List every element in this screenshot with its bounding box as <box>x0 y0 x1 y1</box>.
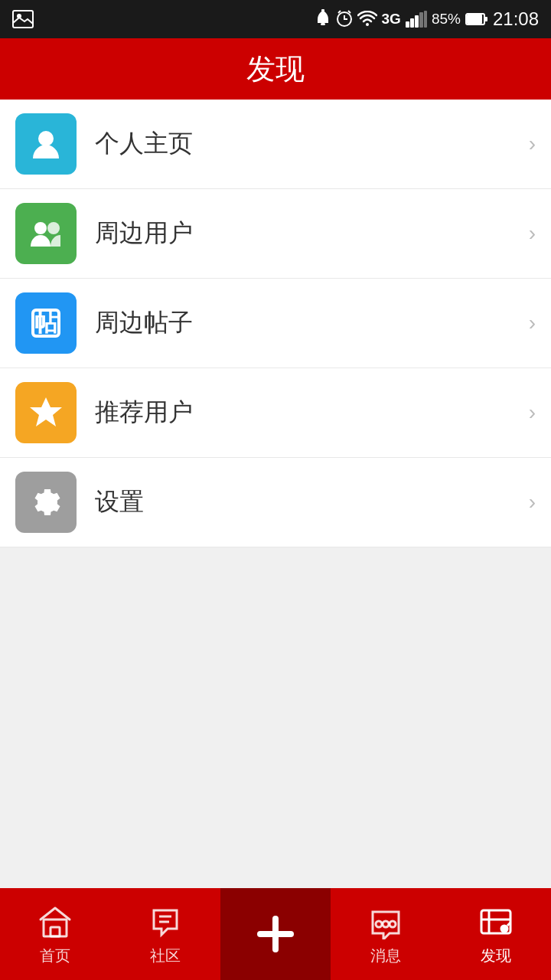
tab-community[interactable]: 社区 <box>110 888 220 980</box>
settings-icon-bg <box>15 472 77 533</box>
chevron-icon: › <box>529 311 536 335</box>
svg-rect-6 <box>410 18 414 28</box>
recommended-icon-bg <box>15 382 77 443</box>
image-icon <box>12 10 34 28</box>
chevron-icon: › <box>529 132 536 156</box>
menu-item-nearby-posts[interactable]: 帖 周边帖子 › <box>0 279 551 368</box>
nearby-users-icon-bg <box>15 203 77 264</box>
svg-rect-7 <box>415 15 419 28</box>
page-title: 发现 <box>246 50 305 89</box>
tab-discover[interactable]: 发现 <box>441 888 551 980</box>
chevron-icon: › <box>529 400 536 425</box>
tab-home-label: 首页 <box>40 946 70 966</box>
users-icon <box>27 214 65 253</box>
recommended-label: 推荐用户 <box>95 396 529 430</box>
add-icon <box>251 910 300 959</box>
gear-icon <box>27 483 65 521</box>
battery-icon <box>465 12 488 26</box>
time-display: 21:08 <box>493 8 539 30</box>
tab-discover-label: 发现 <box>481 946 511 966</box>
menu-item-profile[interactable]: 个人主页 › <box>0 100 551 189</box>
tab-add[interactable] <box>220 888 331 980</box>
tab-messages[interactable]: 消息 <box>331 888 441 980</box>
posts-icon: 帖 <box>27 304 65 342</box>
svg-rect-8 <box>419 12 423 28</box>
star-icon <box>27 394 65 432</box>
discover-icon <box>477 903 515 941</box>
svg-text:帖: 帖 <box>34 310 58 335</box>
svg-rect-3 <box>321 23 325 25</box>
svg-rect-2 <box>321 9 324 11</box>
tab-messages-label: 消息 <box>370 946 401 966</box>
menu-item-nearby-users[interactable]: 周边用户 › <box>0 189 551 279</box>
tab-community-label: 社区 <box>150 946 181 966</box>
svg-rect-12 <box>467 15 482 24</box>
menu-item-settings[interactable]: 设置 › <box>0 458 551 547</box>
status-right: 3G 85% 21:08 <box>315 8 539 30</box>
notification-icon <box>315 9 331 29</box>
page-header: 发现 <box>0 38 551 100</box>
person-icon <box>27 125 65 163</box>
svg-point-14 <box>34 222 47 234</box>
nearby-users-label: 周边用户 <box>95 217 529 250</box>
svg-marker-18 <box>30 397 62 426</box>
svg-rect-5 <box>406 21 409 28</box>
battery-percentage: 85% <box>432 11 461 28</box>
tab-bar: 首页 社区 消息 <box>0 888 551 980</box>
profile-icon-bg <box>15 113 77 175</box>
settings-label: 设置 <box>95 485 529 519</box>
content-area <box>0 547 551 888</box>
nearby-posts-icon-bg: 帖 <box>15 292 77 354</box>
menu-list: 个人主页 › 周边用户 › 帖 周边帖子 › <box>0 100 551 547</box>
menu-item-recommended[interactable]: 推荐用户 › <box>0 368 551 458</box>
messages-icon <box>367 903 405 941</box>
svg-rect-11 <box>484 17 487 21</box>
svg-rect-9 <box>424 11 427 28</box>
wifi-icon <box>357 11 377 28</box>
home-icon <box>36 903 74 941</box>
nearby-posts-label: 周边帖子 <box>95 306 529 340</box>
tab-home[interactable]: 首页 <box>0 888 110 980</box>
chevron-icon: › <box>529 490 536 514</box>
profile-label: 个人主页 <box>95 127 529 161</box>
status-bar: 3G 85% 21:08 <box>0 0 551 38</box>
svg-point-25 <box>376 921 382 927</box>
svg-rect-24 <box>257 931 294 937</box>
chevron-icon: › <box>529 221 536 246</box>
alarm-icon <box>336 9 353 29</box>
signal-icon <box>406 11 427 28</box>
svg-point-27 <box>390 921 396 927</box>
svg-point-13 <box>38 131 54 146</box>
svg-point-31 <box>501 926 507 932</box>
community-icon <box>146 903 184 941</box>
svg-rect-0 <box>13 11 33 28</box>
svg-rect-20 <box>51 927 60 936</box>
status-left <box>12 10 34 28</box>
svg-point-26 <box>383 921 389 927</box>
svg-point-15 <box>47 222 60 234</box>
network-type: 3G <box>382 11 401 28</box>
